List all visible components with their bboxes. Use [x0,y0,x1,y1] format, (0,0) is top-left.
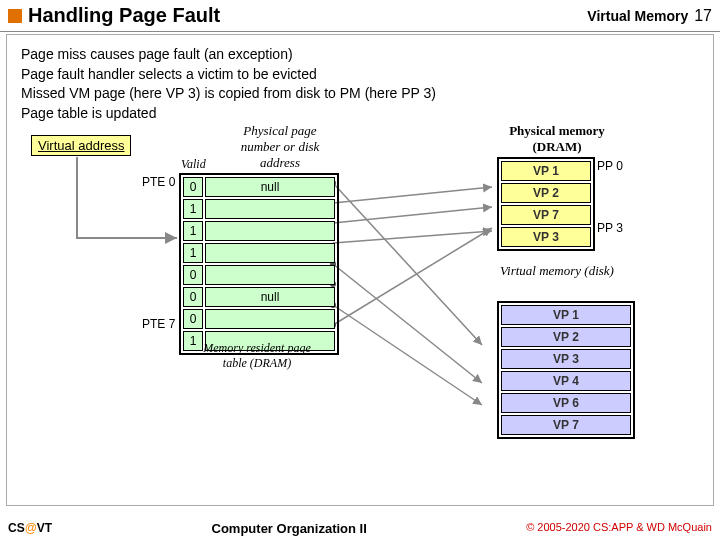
pt-addr-3 [205,243,335,263]
pt-valid-0: 0 [183,177,203,197]
pt-addr-4 [205,265,335,285]
vm-1: VP 2 [501,327,631,347]
virtual-memory-disk: VP 1 VP 2 VP 3 VP 4 VP 6 VP 7 [497,301,635,439]
pt-addr-6 [205,309,335,329]
pp0-label: PP 0 [597,159,623,173]
virtual-address-box: Virtual address [31,135,131,156]
pte0-label: PTE 0 [142,175,175,189]
physical-memory: VP 1 VP 2 VP 7 VP 3 [497,157,595,251]
svg-line-3 [333,231,492,243]
diagram-area: Virtual address Physical page number or … [7,123,713,473]
svg-line-2 [333,207,492,223]
pt-valid-4: 0 [183,265,203,285]
pte7-label: PTE 7 [142,317,175,331]
pp3-label: PP 3 [597,221,623,235]
bullet-1: Page miss causes page fault (an exceptio… [21,45,699,65]
vm-4: VP 6 [501,393,631,413]
svg-line-5 [333,305,482,405]
bullet-4: Page table is updated [21,104,699,124]
bullet-3: Missed VM page (here VP 3) is copied fro… [21,84,699,104]
svg-line-0 [333,183,482,345]
physical-memory-label: Physical memory (DRAM) [497,123,617,155]
bullet-2: Page fault handler selects a victim to b… [21,65,699,85]
pt-valid-1: 1 [183,199,203,219]
pt-addr-5: null [205,287,335,307]
pt-addr-1 [205,199,335,219]
pm-2: VP 7 [501,205,591,225]
topic-label: Virtual Memory [587,8,688,24]
pt-col-header: Physical page number or disk address [225,123,335,171]
vm-3: VP 4 [501,371,631,391]
page-number: 17 [694,7,712,25]
pm-1: VP 2 [501,183,591,203]
orange-square-icon [8,9,22,23]
svg-line-6 [333,228,492,325]
mrpt-label: Memory resident page table (DRAM) [197,341,317,371]
footer-left: CS@VT [8,521,52,536]
pm-0: VP 1 [501,161,591,181]
pt-addr-0: null [205,177,335,197]
vm-2: VP 3 [501,349,631,369]
pt-valid-6: 0 [183,309,203,329]
vm-5: VP 7 [501,415,631,435]
pt-valid-2: 1 [183,221,203,241]
vm-0: VP 1 [501,305,631,325]
virtual-memory-label: Virtual memory (disk) [497,263,617,279]
valid-label: Valid [181,157,206,172]
svg-line-4 [333,264,482,383]
footer-center: Computer Organization II [212,521,367,536]
svg-line-1 [333,187,492,203]
content-frame: Page miss causes page fault (an exceptio… [6,34,714,506]
pt-valid-3: 1 [183,243,203,263]
pm-3: VP 3 [501,227,591,247]
slide-title: Handling Page Fault [28,4,587,27]
page-table: 0null 1 1 1 0 0null 0 1 [179,173,339,355]
pt-addr-2 [205,221,335,241]
footer-right: © 2005-2020 CS:APP & WD McQuain [526,521,712,536]
pt-valid-5: 0 [183,287,203,307]
